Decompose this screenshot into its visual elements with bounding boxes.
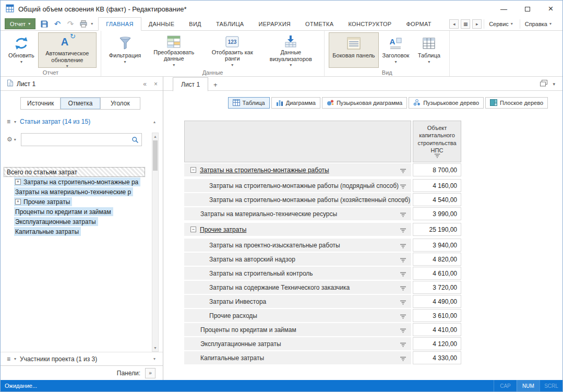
table-row[interactable]: Затраты на авторский надзор 4 820,00 [184, 253, 461, 266]
row-name-cell[interactable]: Затраты на проектно-изыскательные работы [184, 239, 411, 252]
view-table-button[interactable]: Таблица [228, 97, 270, 109]
show-as-ranks-button[interactable]: 123 Отобразить как ранги ▾ [203, 32, 261, 68]
print-button[interactable] [78, 18, 89, 30]
row-filter-icon[interactable] [400, 285, 406, 292]
maximize-button[interactable] [516, 1, 539, 17]
view-chart-button[interactable]: Диаграмма [271, 97, 320, 109]
print-dropdown[interactable]: ▾ [91, 21, 93, 26]
scrollbar-thumb[interactable] [153, 140, 158, 171]
column-filter-icon[interactable] [434, 152, 440, 160]
undo-button[interactable]: ↶ [52, 18, 63, 30]
row-label[interactable]: Затраты на строительно-монтажные работы … [209, 196, 410, 204]
row-filter-icon[interactable] [400, 313, 406, 320]
sheet-list-button[interactable]: ▦ [461, 19, 470, 29]
row-label[interactable]: Затраты Инвестора [209, 298, 266, 305]
row-name-cell[interactable]: Капитальные затраты [184, 351, 411, 364]
chevron-down-icon[interactable]: ▾ [14, 357, 16, 361]
row-name-cell[interactable]: Затраты на строительно-монтажные работы … [184, 179, 411, 192]
cascade-windows-button[interactable] [540, 80, 547, 88]
table-row[interactable]: Затраты на проектно-изыскательные работы… [184, 239, 461, 252]
row-filter-icon[interactable] [400, 257, 406, 264]
collapse-section-button[interactable]: ▴ [153, 120, 155, 124]
row-name-cell[interactable]: Эксплуатационные затраты [184, 337, 411, 350]
tab-istochnik[interactable]: Источник [21, 98, 61, 109]
close-panel-button[interactable]: × [154, 80, 158, 88]
row-filter-icon[interactable] [400, 327, 406, 335]
tree-item[interactable]: Эксплуатационные затраты [4, 217, 145, 227]
tree-item[interactable]: Затраты на материально-технические р [4, 187, 145, 197]
tree-item[interactable]: Проценты по кредитам и займам [4, 207, 145, 217]
tab-dannye[interactable]: ДАННЫЕ [141, 17, 182, 30]
tree-item[interactable]: +Затраты на строительно-монтажные ра [4, 177, 145, 187]
row-filter-icon[interactable] [400, 183, 406, 191]
column-header[interactable]: Объект капитального строительства НПС [413, 121, 461, 162]
scroll-up-button[interactable]: ▲ [152, 133, 158, 140]
refresh-button[interactable]: Обновить ▾ [5, 32, 38, 68]
redo-button[interactable]: ↷ [65, 18, 76, 30]
row-filter-icon[interactable] [400, 271, 406, 278]
row-name-cell[interactable]: Затраты на материально-технические ресур… [184, 207, 411, 220]
row-filter-icon[interactable] [400, 299, 406, 306]
row-filter-icon[interactable] [400, 227, 406, 234]
row-name-cell[interactable]: Проценты по кредитам и займам [184, 323, 411, 336]
row-filter-icon[interactable] [400, 168, 406, 175]
chevron-down-icon[interactable]: ▾ [14, 120, 16, 124]
view-bubble-tree-button[interactable]: Пузырьковое дерево [409, 97, 484, 109]
row-filter-icon[interactable] [400, 355, 406, 363]
row-label[interactable]: Затраты на проектно-изыскательные работы [209, 242, 340, 249]
row-filter-icon[interactable] [400, 341, 406, 349]
help-menu[interactable]: Справка ▾ [520, 19, 556, 29]
row-label[interactable]: Затраты на строительный контроль [209, 270, 313, 277]
tree-item[interactable]: Всего по статьям затрат [4, 167, 145, 177]
table-row[interactable]: Затраты на строительно-монтажные работы … [184, 193, 461, 206]
table-row[interactable]: Эксплуатационные затраты 4 120,00 [184, 337, 461, 350]
row-label[interactable]: Прочие затраты [200, 226, 246, 233]
table-row[interactable]: −Прочие затраты 25 190,00 [184, 223, 461, 236]
row-label[interactable]: Эксплуатационные затраты [200, 340, 281, 348]
hamburger-icon[interactable]: ≡ [7, 355, 10, 363]
table-row[interactable]: Прочие расходы 3 610,00 [184, 309, 461, 322]
table-row[interactable]: −Затраты на строительно-монтажные работы… [184, 163, 461, 176]
side-panel-button[interactable]: Боковая панель [329, 32, 378, 68]
row-label[interactable]: Затраты на содержание Технического заказ… [209, 284, 350, 291]
report-menu-button[interactable]: Отчет ▾ [5, 18, 35, 29]
row-label[interactable]: Проценты по кредитам и займам [200, 326, 296, 334]
table-row[interactable]: Затраты на материально-технические ресур… [184, 207, 461, 220]
minimize-button[interactable]: — [492, 1, 516, 17]
table-row[interactable]: Затраты на строительный контроль 4 610,0… [184, 267, 461, 280]
collapse-toggle[interactable]: − [190, 167, 196, 173]
tree-scrollbar[interactable]: ▲ ▼ [152, 133, 159, 352]
panels-expand-button[interactable]: » [145, 368, 155, 378]
search-icon[interactable] [131, 136, 139, 145]
tab-tablitsa[interactable]: ТАБЛИЦА [209, 17, 251, 30]
row-label[interactable]: Затраты на строительно-монтажные работы [200, 167, 329, 174]
row-name-cell[interactable]: Затраты Инвестора [184, 295, 411, 308]
nav-right-button[interactable]: ▸ [472, 19, 482, 29]
save-button[interactable] [39, 18, 50, 30]
tab-ierarhiya[interactable]: ИЕРАРХИЯ [251, 17, 298, 30]
tab-ugolok[interactable]: Уголок [101, 98, 140, 109]
table-row[interactable]: Проценты по кредитам и займам 4 410,00 [184, 323, 461, 336]
tab-otmetka-panel[interactable]: Отметка [61, 98, 100, 109]
row-name-cell[interactable]: Затраты на авторский надзор [184, 253, 411, 266]
table-row[interactable]: Затраты на содержание Технического заказ… [184, 281, 461, 294]
gear-button[interactable]: ⚙ ▾ [7, 136, 16, 143]
header-button[interactable]: A Заголовок ▾ [379, 32, 413, 68]
row-name-cell[interactable]: Прочие расходы [184, 309, 411, 322]
expand-toggle[interactable]: + [15, 199, 21, 205]
tab-format[interactable]: ФОРМАТ [399, 17, 438, 30]
row-name-cell[interactable]: −Прочие затраты [184, 223, 411, 236]
transform-data-button[interactable]: Преобразовать данные ▾ [145, 32, 203, 68]
row-name-cell[interactable]: −Затраты на строительно-монтажные работы [184, 163, 411, 176]
row-filter-icon[interactable] [400, 197, 406, 205]
scroll-down-button[interactable]: ▼ [152, 345, 158, 351]
table-row[interactable]: Затраты на строительно-монтажные работы … [184, 179, 461, 192]
tab-vid[interactable]: ВИД [182, 17, 209, 30]
hamburger-icon[interactable]: ≡ [7, 118, 10, 125]
service-menu[interactable]: Сервис ▾ [484, 19, 518, 29]
row-filter-icon[interactable] [400, 211, 406, 219]
tree-item[interactable]: Капитальные затраты [4, 227, 145, 236]
row-label[interactable]: Затраты на строительно-монтажные работы … [209, 182, 399, 189]
expand-section-button[interactable]: ▾ [153, 357, 155, 361]
filtering-button[interactable]: Фильтрация ▾ [105, 32, 145, 68]
